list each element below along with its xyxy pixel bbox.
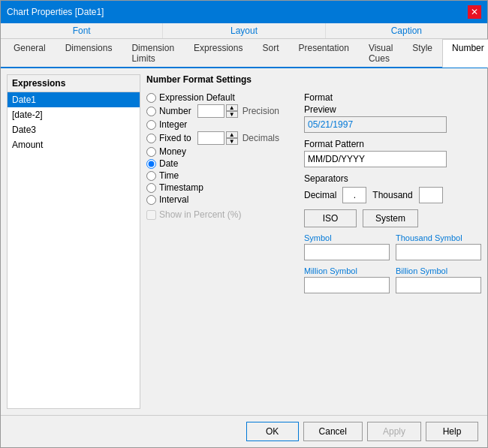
tab-dimensions[interactable]: Dimensions [56,39,122,67]
list-item-date2[interactable]: [date-2] [8,107,140,122]
tab-visual-cues[interactable]: Visual Cues [359,39,402,67]
symbol-label: Symbol [304,233,390,242]
list-item-amount[interactable]: Amount [8,137,140,152]
format-pattern-input[interactable] [304,151,447,167]
format-pattern-label: Format Pattern [304,139,481,149]
radio-label-date: Date [159,158,178,169]
radio-row-money: Money [146,146,297,157]
decimal-label: Decimal [304,190,336,200]
close-button[interactable]: ✕ [468,5,481,19]
symbol-input[interactable] [304,244,390,260]
radio-label-time: Time [159,170,179,181]
radio-number[interactable] [146,107,156,116]
tab-row: General Dimensions Dimension Limits Expr… [1,39,487,68]
precision-up[interactable]: ▲ [226,104,238,111]
thousand-symbol-field: Thousand Symbol [396,233,481,260]
radio-label-fixed-to: Fixed to [159,133,191,143]
decimals-spinner: ▲ ▼ [197,131,238,145]
tab-group-layout[interactable]: Layout [163,23,325,38]
show-in-percent-row: Show in Percent (%) [146,209,297,220]
symbol-grid: Symbol Thousand Symbol Million Symbol [304,233,481,293]
preview-field [304,116,447,133]
apply-button[interactable]: Apply [367,422,421,441]
main-content: Expression Default Number ▲ ▼ [146,92,481,409]
tab-groups-row: Font Layout Caption [1,23,487,39]
right-panel: Number Format Settings Expression Defaul… [146,74,481,409]
million-symbol-field: Million Symbol [304,266,390,293]
expressions-header: Expressions [8,75,140,92]
list-item-date3[interactable]: Date3 [8,122,140,137]
format-radio-group: Expression Default Number ▲ ▼ [146,92,297,205]
radio-label-number: Number [159,106,191,116]
thousand-symbol-input[interactable] [396,244,481,260]
iso-system-btn-row: ISO System [304,209,481,227]
thousand-label: Thousand [372,190,412,200]
radio-row-integer: Integer [146,119,297,130]
precision-label: Precision [242,106,279,116]
symbol-field: Symbol [304,233,390,260]
precision-down[interactable]: ▼ [226,111,238,118]
thousand-input[interactable] [419,187,443,203]
radio-row-number: Number ▲ ▼ Precision [146,104,297,118]
radio-label-integer: Integer [159,119,187,130]
million-symbol-label: Million Symbol [304,266,390,275]
radio-label-expression-default: Expression Default [159,92,235,103]
cancel-button[interactable]: Cancel [303,422,363,441]
tab-expressions[interactable]: Expressions [184,39,252,67]
tab-presentation[interactable]: Presentation [289,39,359,67]
radio-time[interactable] [146,171,156,181]
decimals-label: Decimals [242,133,279,143]
dialog-title: Chart Properties [Date1] [7,7,104,17]
precision-input[interactable] [197,104,224,118]
million-symbol-input[interactable] [304,277,390,293]
show-in-percent-checkbox[interactable] [146,210,156,220]
tab-number[interactable]: Number [442,39,488,68]
separators-row: Decimal Thousand [304,187,481,203]
expressions-panel: Expressions Date1 [date-2] Date3 Amount [7,74,140,409]
thousand-symbol-label: Thousand Symbol [396,233,481,242]
tab-style[interactable]: Style [402,39,442,67]
radio-date[interactable] [146,159,156,169]
radio-row-time: Time [146,170,297,181]
number-format-title: Number Format Settings [146,74,481,85]
radio-row-fixed: Fixed to ▲ ▼ Decimals [146,131,297,145]
tab-general[interactable]: General [4,39,56,67]
title-bar: Chart Properties [Date1] ✕ [1,1,487,23]
separators-section: Separators Decimal Thousand [304,173,481,203]
format-pattern-field-group: Format Pattern [304,139,481,167]
radio-timestamp[interactable] [146,183,156,193]
preview-label: Preview [304,104,481,115]
decimal-input[interactable] [342,187,366,203]
decimals-down[interactable]: ▼ [226,138,238,145]
precision-spinner: ▲ ▼ [197,104,238,118]
bottom-bar: OK Cancel Apply Help [1,415,487,447]
tab-group-font[interactable]: Font [1,23,163,38]
tab-dimension-limits[interactable]: Dimension Limits [122,39,184,67]
radio-interval[interactable] [146,195,156,205]
radio-row-date: Date [146,158,297,169]
iso-button[interactable]: ISO [304,209,357,227]
radio-integer[interactable] [146,120,156,130]
tab-sort[interactable]: Sort [252,39,288,67]
radio-money[interactable] [146,147,156,157]
content-area: Expressions Date1 [date-2] Date3 Amount … [1,68,487,415]
radio-row-interval: Interval [146,194,297,205]
tab-group-caption[interactable]: Caption [326,23,487,38]
list-item-date1[interactable]: Date1 [8,92,140,107]
decimals-input[interactable] [197,131,224,145]
ok-button[interactable]: OK [246,422,299,441]
radio-expression-default[interactable] [146,93,156,103]
format-label: Format [304,92,481,103]
help-button[interactable]: Help [426,422,478,441]
format-right-col: Format Preview Format Pattern Separators… [304,92,481,409]
radio-row-timestamp: Timestamp [146,182,297,193]
radio-label-interval: Interval [159,194,188,205]
billion-symbol-input[interactable] [396,277,481,293]
system-button[interactable]: System [363,209,418,227]
billion-symbol-field: Billion Symbol [396,266,481,293]
separators-label: Separators [304,173,481,184]
decimals-up[interactable]: ▲ [226,131,238,138]
show-in-percent-label: Show in Percent (%) [159,209,241,220]
radio-fixed-to[interactable] [146,134,156,143]
radio-label-money: Money [159,146,186,157]
